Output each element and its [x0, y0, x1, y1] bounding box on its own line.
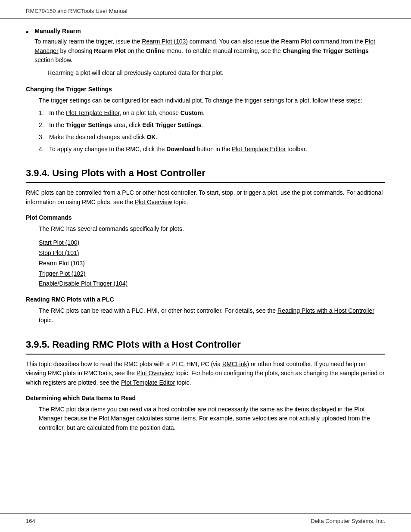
- step1-pre: In the: [49, 109, 66, 116]
- section-394-title: 3.9.4. Using Plots with a Host Controlle…: [26, 168, 385, 180]
- step-3: 3. Make the desired changes and click OK…: [39, 133, 385, 142]
- plot-overview-link-2[interactable]: Plot Overview: [137, 370, 174, 376]
- changing-trigger-bold: Changing the Trigger Settings: [283, 47, 369, 54]
- step3-pre: Make the desired changes and click: [49, 134, 146, 140]
- step-4-text: To apply any changes to the RMC, click t…: [49, 145, 385, 154]
- para1-pre: To manually rearm the trigger, issue the: [34, 38, 142, 45]
- step4-pre: To apply any changes to the RMC, click t…: [49, 146, 166, 152]
- start-plot-link[interactable]: Start Plot (100): [39, 238, 385, 248]
- step-4: 4. To apply any changes to the RMC, clic…: [39, 145, 385, 154]
- step1-post: , on a plot tab, choose: [119, 109, 181, 116]
- para1-post4: section below.: [34, 56, 72, 63]
- manually-rearm-section: • Manually Rearm To manually rearm the t…: [26, 28, 385, 78]
- plot-commands-heading: Plot Commands: [26, 214, 385, 221]
- footer-page-number: 164: [26, 518, 35, 524]
- reading-rmc-plc-heading: Reading RMC Plots with a PLC: [26, 296, 385, 303]
- main-content: • Manually Rearm To manually rearm the t…: [0, 19, 411, 513]
- step4-bold: Download: [166, 146, 195, 152]
- section-394: 3.9.4. Using Plots with a Host Controlle…: [26, 168, 385, 183]
- 394-intro-pre: RMC plots can be controlled from a PLC o…: [26, 189, 383, 205]
- plot-commands-link-list: Start Plot (100) Stop Plot (101) Rearm P…: [39, 238, 385, 289]
- para1-mid: command. You can also issue the Rearm Pl…: [188, 38, 365, 45]
- page-header: RMC70/150 and RMCTools User Manual: [0, 0, 411, 19]
- step-4-num: 4.: [39, 145, 49, 154]
- 395-intro-pre: This topic describes how to read the RMC…: [26, 361, 222, 367]
- plot-template-editor-link-3[interactable]: Plot Template Editor: [121, 379, 175, 386]
- bullet-content: Manually Rearm To manually rearm the tri…: [34, 28, 385, 78]
- step-1-text: In the Plot Template Editor, on a plot t…: [49, 109, 385, 118]
- section-394-intro: RMC plots can be controlled from a PLC o…: [26, 188, 385, 207]
- page: RMC70/150 and RMCTools User Manual • Man…: [0, 0, 411, 532]
- page-footer: 164 Delta Computer Systems, Inc.: [0, 513, 411, 532]
- para1-post3: menu. To enable manual rearming, see the: [165, 47, 283, 54]
- determining-section: Determining which Data Items to Read The…: [26, 395, 385, 433]
- step3-bold: OK: [146, 134, 156, 140]
- step-3-text: Make the desired changes and click OK.: [49, 133, 385, 142]
- rearm-plot-link[interactable]: Rearm Plot (103): [39, 258, 385, 269]
- plot-template-editor-link-2[interactable]: Plot Template Editor: [232, 146, 286, 152]
- rearm-plot-103-link[interactable]: Rearm Plot (103): [142, 38, 188, 45]
- manually-rearm-label: Manually Rearm: [34, 28, 385, 34]
- section-395-intro: This topic describes how to read the RMC…: [26, 360, 385, 388]
- determining-heading: Determining which Data Items to Read: [26, 395, 385, 401]
- step-2-text: In the Trigger Settings area, click Edit…: [49, 121, 385, 130]
- rmc-plc-pre: The RMC plots can be read with a PLC, HM…: [39, 307, 277, 314]
- header-text: RMC70/150 and RMCTools User Manual: [26, 8, 128, 14]
- rearming-note: Rearming a plot will clear all previousl…: [47, 68, 385, 78]
- step-3-num: 3.: [39, 133, 49, 142]
- step-2-num: 2.: [39, 121, 49, 130]
- plot-template-editor-link-1[interactable]: Plot Template Editor: [66, 109, 119, 116]
- section-395-title: 3.9.5. Reading RMC Plots with a Host Con…: [26, 339, 385, 352]
- step2-end: .: [201, 121, 203, 128]
- rmclink-link[interactable]: RMCLink: [222, 361, 247, 367]
- changing-trigger-section: Changing the Trigger Settings The trigge…: [26, 86, 385, 154]
- step-1: 1. In the Plot Template Editor, on a plo…: [39, 109, 385, 118]
- manually-rearm-para1: To manually rearm the trigger, issue the…: [34, 37, 385, 65]
- step4-post: button in the: [195, 146, 232, 152]
- stop-plot-link[interactable]: Stop Plot (101): [39, 248, 385, 258]
- step1-bold: Custom: [181, 109, 203, 116]
- section-395: 3.9.5. Reading RMC Plots with a Host Con…: [26, 339, 385, 355]
- step2-bold: Trigger Settings: [66, 121, 112, 128]
- rearm-plot-bold: Rearm Plot: [94, 47, 126, 54]
- reading-rmc-plc-section: Reading RMC Plots with a PLC The RMC plo…: [26, 296, 385, 325]
- rmc-plc-end: topic.: [39, 317, 53, 324]
- step2-bold2: Edit Trigger Settings: [142, 121, 201, 128]
- reading-plots-host-link[interactable]: Reading Plots with a Host Controller: [277, 307, 374, 314]
- para1-post2: on the: [126, 47, 146, 54]
- trigger-plot-link[interactable]: Trigger Plot (102): [39, 269, 385, 279]
- plot-commands-intro: The RMC has several commands specificall…: [39, 224, 385, 234]
- determining-body: The RMC plot data items you can read via…: [39, 405, 385, 433]
- bullet-dot: •: [26, 28, 28, 78]
- bullet-item-manually-rearm: • Manually Rearm To manually rearm the t…: [26, 28, 385, 78]
- step-1-num: 1.: [39, 109, 49, 118]
- step-2: 2. In the Trigger Settings area, click E…: [39, 121, 385, 130]
- plot-overview-link-1[interactable]: Plot Overview: [135, 199, 172, 205]
- step1-end: .: [203, 109, 205, 116]
- changing-trigger-intro: The trigger settings can be configured f…: [39, 96, 385, 106]
- reading-rmc-plc-body: The RMC plots can be read with a PLC, HM…: [39, 306, 385, 325]
- footer-company: Delta Computer Systems, Inc.: [311, 518, 385, 524]
- step4-end: toolbar.: [286, 146, 307, 152]
- online-bold: Online: [146, 47, 165, 54]
- step3-end: .: [156, 134, 157, 140]
- para1-post1: by choosing: [59, 47, 94, 54]
- enable-disable-plot-trigger-link[interactable]: Enable/Disable Plot Trigger (104): [39, 279, 385, 289]
- changing-trigger-steps: 1. In the Plot Template Editor, on a plo…: [39, 109, 385, 154]
- 394-intro-end: topic.: [172, 199, 188, 205]
- changing-trigger-heading: Changing the Trigger Settings: [26, 86, 385, 93]
- step2-pre: In the: [49, 121, 66, 128]
- plot-commands-section: Plot Commands The RMC has several comman…: [26, 214, 385, 289]
- 395-intro-end: topic.: [175, 379, 191, 386]
- step2-post: area, click: [112, 121, 143, 128]
